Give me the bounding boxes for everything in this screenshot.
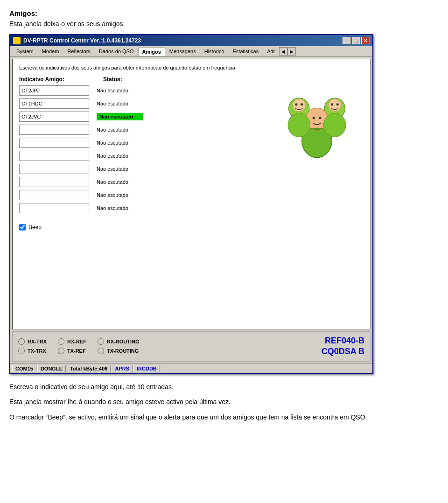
svg-point-12 <box>288 113 310 137</box>
svg-point-6 <box>313 117 315 119</box>
maximize-button[interactable]: □ <box>352 37 360 44</box>
friend-status-9: Nao escutado <box>97 205 143 211</box>
tab-dados-qso[interactable]: Dados do QSO <box>95 47 138 56</box>
friend-status-8: Nao escutado <box>97 192 143 198</box>
radio-group-col-1: RX-TRX TX-TRX <box>18 338 47 354</box>
page-subtext: Esta janela deixa-o ver os seus amigos: <box>9 20 439 28</box>
friend-status-4: Nao escutado <box>97 140 143 146</box>
friends-section: Nao escutado Nao escutado Nao escutado <box>19 85 364 231</box>
tab-scroll-right[interactable]: ▶ <box>287 47 296 56</box>
tab-amigos[interactable]: Amigos <box>138 48 165 56</box>
below-content: Escreva o indicativo do seu amigo aqui, … <box>9 382 439 422</box>
friend-call-8[interactable] <box>19 190 89 200</box>
friend-call-3[interactable] <box>19 125 89 135</box>
list-item: Nao escutado <box>19 151 261 161</box>
tab-mensagens[interactable]: Mensagens <box>165 47 200 56</box>
list-item: Nao escutado <box>19 138 261 148</box>
friend-status-1: Nao escutado <box>97 101 143 106</box>
friend-call-5[interactable] <box>19 151 89 161</box>
friends-list: Nao escutado Nao escutado Nao escutado <box>19 85 261 213</box>
friend-call-0[interactable] <box>19 85 89 96</box>
beep-row: Beep <box>19 220 261 231</box>
radio-row-tx-routing: TX-ROUTING <box>98 348 140 354</box>
below-text-0: Escreva o indicativo do seu amigo aqui, … <box>9 382 439 392</box>
application-window: DV-RPTR Control Center Ver.:1.0.4361.247… <box>9 34 373 374</box>
friend-status-6: Nao escutado <box>97 166 143 172</box>
tab-scroll-left[interactable]: ◀ <box>279 47 287 56</box>
radio-row-rx-trx: RX-TRX <box>18 338 47 345</box>
people-svg <box>277 90 357 160</box>
svg-point-9 <box>301 103 303 105</box>
list-item: Nao escutado <box>19 164 261 174</box>
radio-group-col-3: RX-ROUTING TX-ROUTING <box>98 338 140 354</box>
status-dongle: DONGLE <box>37 365 66 372</box>
radio-groups: RX-TRX TX-TRX RX-REF TX-REF <box>18 338 140 354</box>
window-title: DV-RPTR Control Center Ver.:1.0.4361.247… <box>23 37 141 44</box>
list-item: Nao escutado <box>19 85 261 96</box>
friend-status-5: Nao escutado <box>97 153 143 159</box>
radio-rx-trx-label: RX-TRX <box>28 339 47 344</box>
radio-tx-routing[interactable] <box>98 348 104 354</box>
menu-bar: System Modem Reflectors Dados do QSO Ami… <box>10 46 372 57</box>
beep-checkbox[interactable] <box>19 224 26 231</box>
radio-row-rx-ref: RX-REF <box>58 338 86 345</box>
list-item: Nao escutado <box>19 203 261 213</box>
friend-status-0: Nao escutado <box>97 88 143 93</box>
col-header-indicativo: Indicatvo Amigo: <box>19 76 94 83</box>
radio-tx-ref[interactable] <box>58 348 64 354</box>
list-item: Nao escutado <box>19 98 261 109</box>
ref-display: REF040-B CQ0DSA B <box>322 335 364 357</box>
minimize-button[interactable]: _ <box>343 37 351 44</box>
tab-historico[interactable]: Historico <box>200 47 229 56</box>
radio-row-tx-ref: TX-REF <box>58 348 86 354</box>
tab-modem[interactable]: Modem <box>38 47 63 56</box>
col-header-status: Status: <box>103 76 122 83</box>
friends-table: Nao escutado Nao escutado Nao escutado <box>19 85 261 231</box>
list-item: Nao escutado <box>19 177 261 187</box>
svg-point-8 <box>295 103 297 105</box>
column-headers: Indicatvo Amigo: Status: <box>19 76 364 83</box>
app-icon <box>13 37 21 44</box>
tab-content-amigos: Escreva os indicativos dos seus amigos p… <box>12 59 371 329</box>
friend-call-2[interactable] <box>19 112 89 122</box>
tab-reflectors[interactable]: Reflectors <box>63 47 95 56</box>
tab-adr[interactable]: Adr <box>263 47 279 56</box>
radio-rx-routing[interactable] <box>98 338 104 345</box>
friend-status-3: Nao escutado <box>97 127 143 133</box>
svg-point-13 <box>323 113 346 137</box>
titlebar: DV-RPTR Control Center Ver.:1.0.4361.247… <box>10 35 372 46</box>
status-bar: COM15 DONGLE Total kByte:406 APRS IRCDDB <box>10 363 372 373</box>
radio-rx-ref[interactable] <box>58 338 64 345</box>
radio-rx-trx[interactable] <box>18 338 25 345</box>
status-ircddb: IRCDDB <box>133 365 160 372</box>
status-kbyte: Total kByte:406 <box>67 365 111 372</box>
close-button[interactable]: ✕ <box>361 37 370 44</box>
radio-tx-trx-label: TX-TRX <box>28 348 46 354</box>
svg-point-10 <box>331 103 333 105</box>
friend-call-7[interactable] <box>19 177 89 187</box>
status-com15: COM15 <box>12 365 36 372</box>
radio-section: RX-TRX TX-TRX RX-REF TX-REF <box>12 331 371 362</box>
friend-status-2: Nao escutado <box>97 113 143 120</box>
friend-call-9[interactable] <box>19 203 89 213</box>
radio-row-tx-trx: TX-TRX <box>18 348 47 354</box>
tab-estatisticas[interactable]: Estatisticas <box>229 47 263 56</box>
tab-description: Escreva os indicativos dos seus amigos p… <box>19 65 364 70</box>
friend-call-1[interactable] <box>19 98 89 109</box>
page-heading: Amigos: <box>9 9 439 17</box>
friend-status-7: Nao escutado <box>97 179 143 185</box>
radio-tx-ref-label: TX-REF <box>67 348 86 354</box>
tab-system[interactable]: System <box>12 47 38 56</box>
radio-group-col-2: RX-REF TX-REF <box>58 338 86 354</box>
below-text-1: Esta janela mostrar-lhe-à quando o seu a… <box>9 397 439 407</box>
list-item: Nao escutado <box>19 112 261 122</box>
window-controls: _ □ ✕ <box>343 37 370 44</box>
list-item: Nao escutado <box>19 125 261 135</box>
radio-tx-trx[interactable] <box>18 348 25 354</box>
below-text-2: O marcador “Beep”, se activo, emitirá um… <box>9 412 439 422</box>
friend-call-6[interactable] <box>19 164 89 174</box>
ref-line1: REF040-B <box>322 335 364 346</box>
friend-call-4[interactable] <box>19 138 89 148</box>
svg-point-11 <box>336 103 339 105</box>
ref-line2: CQ0DSA B <box>322 346 364 357</box>
